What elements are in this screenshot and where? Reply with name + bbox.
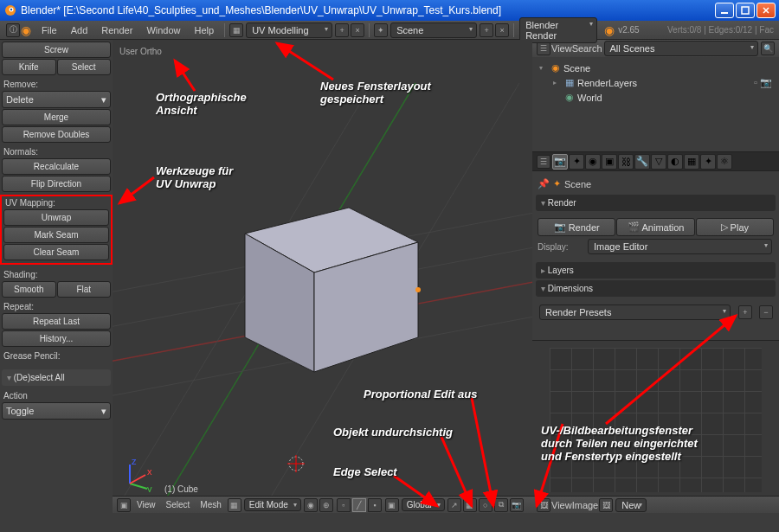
play-button[interactable]: ▷Play (696, 218, 774, 236)
outliner-type-icon[interactable]: ☰ (537, 42, 550, 55)
outliner-item-world[interactable]: ◉World (539, 90, 772, 105)
pin-icon[interactable]: 📌 (538, 178, 550, 189)
merge-button[interactable]: Merge (2, 109, 111, 125)
mode-dropdown[interactable]: Edit Mode (244, 498, 301, 511)
render-button[interactable]: 📷Render (538, 218, 615, 236)
engine-dropdown[interactable]: Blender Render (519, 17, 597, 43)
uv-grid[interactable] (550, 348, 762, 492)
axis-widget: z y x (121, 458, 156, 492)
particles-tab-icon[interactable]: ✦ (700, 154, 716, 170)
layers-icon[interactable]: ▦ (463, 498, 477, 512)
flat-button[interactable]: Flat (57, 281, 112, 298)
uv-image-editor[interactable]: 🖼 View Image 🖼 New (532, 340, 779, 513)
data-tab-icon[interactable]: ▽ (651, 154, 666, 170)
uv-menu-view[interactable]: View (551, 500, 572, 510)
select-button[interactable]: Select (57, 59, 112, 75)
scene-dropdown[interactable]: Scene (390, 22, 477, 38)
layout-add-button[interactable]: + (335, 23, 349, 37)
scene-del-button[interactable]: × (495, 23, 509, 37)
edge-select-icon[interactable]: ╱ (352, 498, 366, 512)
material-tab-icon[interactable]: ◐ (667, 154, 683, 170)
outliner-item-scene[interactable]: ▾◉Scene (539, 61, 772, 75)
vp-menu-mesh[interactable]: Mesh (195, 500, 226, 510)
maximize-button[interactable] (736, 3, 755, 18)
properties-panel: ☰ 📷 ✦ ◉ ▣ ⛓ 🔧 ▽ ◐ ▦ ✦ ⚛ 📌 ✦ Scene Rende (532, 152, 779, 340)
proportional-icon[interactable]: ○ (479, 498, 493, 512)
blender-logo-icon: ◉ (21, 23, 31, 37)
outliner-tree[interactable]: ▾◉Scene ▸▦RenderLayers▫ 📷 ◉World (532, 57, 779, 151)
vertex-select-icon[interactable]: ▫ (337, 498, 351, 512)
outliner-view[interactable]: View (551, 43, 572, 54)
preset-add-button[interactable]: + (738, 305, 752, 319)
constraint-tab-icon[interactable]: ⛓ (618, 154, 634, 170)
props-editor-type-icon[interactable]: ☰ (537, 155, 550, 169)
action-dropdown[interactable]: Toggle▾ (2, 402, 111, 420)
render-presets-dropdown[interactable]: Render Presets (539, 304, 731, 320)
display-label: Display: (538, 242, 581, 252)
mode-icon[interactable]: ▦ (228, 498, 241, 512)
minimize-button[interactable] (715, 3, 734, 18)
cube-mesh[interactable] (210, 164, 435, 389)
physics-tab-icon[interactable]: ⚛ (717, 154, 732, 170)
limit-selection-icon[interactable]: ▣ (385, 498, 399, 512)
screen-layout-icon[interactable]: ▦ (229, 23, 243, 37)
pivot-icon[interactable]: ⊕ (319, 498, 333, 512)
render-tab-icon[interactable]: 📷 (552, 154, 568, 170)
remove-doubles-button[interactable]: Remove Doubles (2, 126, 111, 143)
menu-render[interactable]: Render (94, 25, 139, 35)
modifier-tab-icon[interactable]: 🔧 (634, 154, 650, 170)
snap-icon[interactable]: ⧉ (494, 498, 508, 512)
operator-panel-header[interactable]: (De)select All (2, 369, 111, 386)
outliner-item-renderlayers[interactable]: ▸▦RenderLayers▫ 📷 (539, 75, 772, 90)
menu-file[interactable]: File (35, 25, 64, 35)
animation-button[interactable]: 🎬Animation (616, 218, 694, 236)
scene-icon[interactable]: ✦ (374, 23, 388, 37)
scene-add-button[interactable]: + (480, 23, 493, 37)
render-preview-icon[interactable]: 📷 (510, 498, 524, 512)
render-panel-header[interactable]: Render (536, 195, 776, 211)
vp-editor-type-icon[interactable]: ▣ (117, 498, 131, 512)
display-dropdown[interactable]: Image Editor (588, 239, 772, 254)
face-select-icon[interactable]: ▪ (368, 498, 382, 512)
scene-tab-icon[interactable]: ✦ (569, 154, 584, 170)
vp-menu-view[interactable]: View (132, 500, 161, 510)
preset-remove-button[interactable]: − (759, 305, 773, 319)
layout-dropdown[interactable]: UV Modelling (246, 22, 332, 38)
uv-new-button[interactable]: New (615, 498, 647, 512)
flip-direction-button[interactable]: Flip Direction (2, 176, 111, 192)
dimensions-panel-header[interactable]: Dimensions (536, 280, 776, 297)
bc-scene-label[interactable]: Scene (564, 179, 591, 189)
layers-panel-header[interactable]: Layers (536, 262, 776, 279)
close-button[interactable] (756, 3, 776, 18)
repeat-last-button[interactable]: Repeat Last (2, 313, 111, 330)
3d-viewport[interactable]: User Ortho z (113, 40, 532, 513)
manipulator-icon[interactable]: ↗ (447, 498, 461, 512)
texture-tab-icon[interactable]: ▦ (684, 154, 699, 170)
world-tab-icon[interactable]: ◉ (585, 154, 601, 170)
layout-del-button[interactable]: × (351, 23, 364, 37)
shading-sphere-icon[interactable]: ◉ (304, 498, 318, 512)
outliner-search[interactable]: Search (572, 43, 602, 54)
uv-editor-type-icon[interactable]: 🖼 (537, 498, 550, 512)
menu-window[interactable]: Window (139, 25, 187, 35)
clear-seam-button[interactable]: Clear Seam (3, 244, 109, 260)
object-tab-icon[interactable]: ▣ (602, 154, 617, 170)
outliner-search-icon[interactable]: 🔍 (761, 42, 775, 55)
menu-add[interactable]: Add (64, 25, 95, 35)
screw-button[interactable]: Screw (2, 42, 111, 58)
history-button[interactable]: History... (2, 330, 111, 347)
knife-button[interactable]: Knife (2, 59, 56, 75)
delete-dropdown[interactable]: Delete▾ (2, 91, 111, 108)
uv-image-browse-icon[interactable]: 🖼 (599, 498, 613, 512)
recalculate-button[interactable]: Recalculate (2, 158, 111, 175)
mark-seam-button[interactable]: Mark Seam (3, 227, 109, 243)
uv-menu-image[interactable]: Image (572, 500, 599, 510)
outliner-filter[interactable]: All Scenes (604, 41, 758, 56)
menu-help[interactable]: Help (188, 25, 222, 35)
orientation-dropdown[interactable]: Global (402, 498, 445, 511)
unwrap-button[interactable]: Unwrap (3, 209, 109, 226)
editor-type-icon[interactable]: ⓘ (6, 23, 20, 37)
vp-menu-select[interactable]: Select (161, 500, 196, 510)
right-column: ☰ View Search All Scenes 🔍 ▾◉Scene ▸▦Ren… (532, 40, 779, 513)
smooth-button[interactable]: Smooth (2, 281, 56, 298)
